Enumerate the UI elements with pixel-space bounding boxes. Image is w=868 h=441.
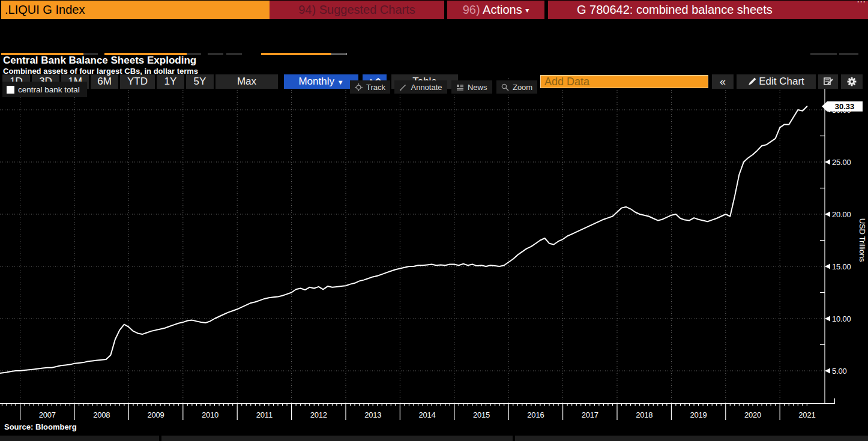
zoom-button[interactable]: Zoom <box>496 80 537 94</box>
x-axis-year-label: 2012 <box>310 410 327 419</box>
y-axis-tick-label: 20.00 <box>832 210 851 219</box>
track-label: Track <box>366 83 385 92</box>
chart-subtitle: Combined assets of four largest CBs, in … <box>3 67 198 76</box>
range-button-6m[interactable]: 6M <box>91 74 118 89</box>
zoom-magnifier-icon <box>501 83 509 91</box>
news-label: News <box>468 83 487 92</box>
y-axis-tick-label: 15.00 <box>832 262 851 271</box>
range-button-5y[interactable]: 5Y <box>186 74 214 89</box>
range-button-max[interactable]: Max <box>215 74 278 89</box>
annotate-label: Annotate <box>411 83 442 92</box>
legend[interactable]: central bank total <box>2 82 87 97</box>
chart-toolbar-row: 1D 3D 1M 6M YTD 1Y 5Y Max Monthly ▼ Tabl… <box>0 37 868 53</box>
x-axis-year-label: 2009 <box>148 410 164 419</box>
x-axis-year-label: 2010 <box>202 410 219 419</box>
edit-chart-label: Edit Chart <box>759 76 804 87</box>
bottom-panel-left <box>0 436 159 441</box>
x-axis-year-label: 2017 <box>582 410 598 419</box>
legend-swatch <box>7 86 14 94</box>
x-axis-year-label: 2008 <box>93 410 110 419</box>
add-data-input[interactable] <box>540 75 708 88</box>
range-button-ytd[interactable]: YTD <box>120 74 155 89</box>
period-dropdown[interactable]: Monthly ▼ <box>284 74 358 89</box>
x-axis-year-label: 2020 <box>744 410 761 419</box>
x-axis-year-label: 2021 <box>798 410 815 419</box>
news-icon <box>456 83 464 91</box>
title-bar: .LIQUI G Index 94) Suggested Charts 96) … <box>0 0 868 20</box>
series-line <box>0 106 807 373</box>
track-crosshair-icon <box>355 83 363 91</box>
actions-menu-button[interactable]: 96) Actions ▾ <box>447 1 544 19</box>
chart-title: Central Bank Balance Sheets Exploding <box>3 55 196 67</box>
actions-label: Actions <box>483 3 522 16</box>
legend-label: central bank total <box>18 85 80 94</box>
zoom-label: Zoom <box>513 83 532 92</box>
y-axis-tick-label: 25.00 <box>832 158 851 167</box>
bottom-panel-middle <box>161 436 513 441</box>
edit-annotations-button[interactable] <box>818 74 838 89</box>
range-button-1y[interactable]: 1Y <box>157 74 184 89</box>
news-button[interactable]: News <box>451 80 492 94</box>
window-menu-dots-icon[interactable]: ⋯ <box>857 0 866 7</box>
x-axis-year-label: 2018 <box>636 410 653 419</box>
ticker-field[interactable]: .LIQUI G Index <box>1 1 270 19</box>
source-attribution: Source: Bloomberg <box>4 422 77 431</box>
x-axis-year-label: 2007 <box>39 410 56 419</box>
x-axis-year-label: 2016 <box>527 410 544 419</box>
chart-window-title: G 780642: combined balance sheets <box>548 1 868 19</box>
settings-button[interactable] <box>841 74 863 89</box>
in-chart-toolbar: Track Annotate News Zoom <box>350 80 539 94</box>
y-axis-title: USD Trillions <box>858 218 867 262</box>
y-axis-tick-label: 5.00 <box>832 367 847 376</box>
x-axis-year-label: 2019 <box>690 410 707 419</box>
x-axis-year-label: 2014 <box>419 410 436 419</box>
annotate-pencil-icon <box>399 83 407 91</box>
bottom-panel-right <box>515 436 868 441</box>
track-button[interactable]: Track <box>350 80 390 94</box>
last-value-label: 30.33 <box>835 102 855 111</box>
gear-icon <box>847 77 857 86</box>
suggested-charts-button[interactable]: 94) Suggested Charts <box>270 1 444 19</box>
pencil-icon <box>748 77 756 86</box>
x-axis-year-label: 2011 <box>256 410 273 419</box>
period-label: Monthly <box>298 76 334 87</box>
actions-number: 96) <box>463 3 480 16</box>
bloomberg-chart-window: 2007200820092010201120122013201420152016… <box>0 0 868 441</box>
y-axis-tick-label: 10.00 <box>832 314 851 323</box>
edit-note-icon <box>824 77 833 86</box>
x-axis-year-label: 2013 <box>364 410 381 419</box>
date-bar: 08/21/2006 - 07/31/2021 < > Local CCY ▼ … <box>0 20 868 37</box>
edit-chart-button[interactable]: Edit Chart <box>737 74 816 89</box>
annotate-button[interactable]: Annotate <box>394 80 447 94</box>
chevron-down-icon: ▼ <box>337 79 344 86</box>
x-axis-year-label: 2015 <box>473 410 490 419</box>
collapse-panel-button[interactable]: « <box>712 74 734 89</box>
chevron-down-icon: ▾ <box>525 6 529 14</box>
